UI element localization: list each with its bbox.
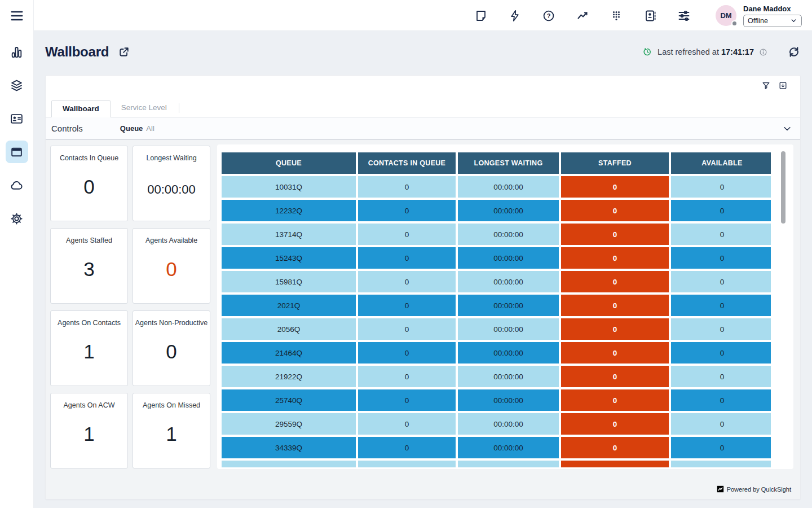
notepad-icon[interactable] [474, 9, 488, 23]
table-cell: 2021Q [222, 295, 356, 316]
col-header-longest-waiting: LONGEST WAITING [458, 152, 559, 174]
table-cell: 00:00:00 [458, 389, 559, 411]
kpi-agents-available: Agents Available 0 [133, 228, 210, 304]
kpi-agents-on-acw: Agents On ACW 1 [50, 393, 128, 468]
svg-text:?: ? [547, 12, 551, 19]
presence-dot [731, 20, 738, 27]
tabstrip: Wallboard Service Level [46, 100, 800, 117]
table-cell: 0 [561, 366, 669, 387]
sidebar-item-settings[interactable] [6, 207, 28, 230]
queue-filter-value[interactable]: All [146, 124, 154, 133]
kpi-contacts-in-queue: Contacts In Queue 0 [50, 146, 128, 221]
table-cell: 10031Q [222, 176, 356, 198]
table-cell: 2056Q [222, 318, 356, 340]
contact-card-icon [10, 112, 24, 126]
page-header: Wallboard Last refreshed at 17:41:17 [45, 40, 801, 64]
table-cell: 29559Q [222, 413, 356, 435]
help-icon[interactable]: ? [542, 9, 555, 23]
table-cell: 0 [561, 389, 669, 411]
table-cell: 21464Q [222, 342, 356, 364]
agent-status-select[interactable]: Offline [743, 15, 802, 27]
table-cell: 15981Q [222, 271, 356, 292]
metrics-trend-icon[interactable] [576, 9, 589, 23]
table-cell [222, 461, 356, 467]
table-cell: 00:00:00 [458, 342, 559, 364]
table-cell: 15243Q [222, 247, 356, 269]
directory-icon[interactable] [643, 9, 657, 23]
info-icon[interactable] [758, 47, 768, 57]
kpi-grid: Contacts In Queue 0 Longest Waiting 00:0… [50, 146, 210, 468]
table-cell: 00:00:00 [458, 295, 559, 316]
avatar[interactable]: DM [716, 5, 736, 26]
table-cell: 00:00:00 [458, 318, 559, 340]
refresh-clock-icon [642, 47, 652, 57]
table-cell: 0 [671, 271, 771, 292]
table-cell: 0 [671, 176, 771, 198]
sidebar-item-analytics[interactable] [6, 41, 28, 63]
refresh-icon[interactable] [787, 45, 801, 59]
sidebar-item-contacts[interactable] [6, 107, 28, 130]
table-cell: 0 [671, 247, 771, 269]
table-cell: 0 [358, 271, 456, 292]
wallboard-window-icon [10, 145, 24, 159]
controls-bar: Controls Queue All [46, 117, 800, 140]
user-chip: DM Dane Maddox Offline [716, 5, 802, 27]
table-cell: 21922Q [222, 366, 356, 387]
last-refreshed-text: Last refreshed at 17:41:17 [657, 47, 754, 56]
sidebar-item-cloud[interactable] [6, 174, 28, 196]
menu-hamburger-icon[interactable] [10, 8, 24, 23]
table-cell: 0 [358, 176, 456, 198]
col-header-available: AVAILABLE [671, 152, 771, 174]
table-cell [358, 461, 456, 467]
table-cell: 0 [561, 437, 669, 458]
filter-icon[interactable] [761, 81, 771, 90]
table-cell: 0 [358, 224, 456, 245]
table-cell: 0 [358, 295, 456, 316]
topbar: ? DM Dane Maddox Offl [0, 0, 812, 31]
table-cell: 0 [358, 200, 456, 221]
table-cell: 0 [561, 271, 669, 292]
table-cell: 25740Q [222, 389, 356, 411]
avatar-initials: DM [720, 11, 731, 20]
table-cell: 0 [358, 247, 456, 269]
sidebar-item-wallboard[interactable] [6, 141, 28, 163]
kpi-agents-on-missed: Agents On Missed 1 [133, 393, 210, 468]
export-icon[interactable] [778, 81, 788, 90]
tab-wallboard[interactable]: Wallboard [51, 100, 111, 117]
analytics-bars-icon [10, 45, 24, 59]
table-cell: 0 [561, 200, 669, 221]
dashboard-panel: Wallboard Service Level Controls Queue A… [45, 75, 801, 500]
tab-service-level[interactable]: Service Level [111, 100, 178, 117]
table-cell [458, 461, 559, 467]
table-cell: 00:00:00 [458, 366, 559, 387]
table-cell: 0 [561, 318, 669, 340]
open-external-icon[interactable] [118, 46, 130, 58]
table-cell: 00:00:00 [458, 200, 559, 221]
dialpad-icon[interactable] [610, 9, 623, 23]
table-cell: 0 [671, 200, 771, 221]
table-cell: 00:00:00 [458, 224, 559, 245]
table-scrollbar[interactable] [781, 151, 785, 224]
sidebar-item-channels[interactable] [6, 74, 28, 97]
controls-collapse-chevron-icon[interactable] [782, 124, 792, 134]
queue-table-widget: QUEUE CONTACTS IN QUEUE LONGEST WAITING … [217, 144, 793, 469]
table-cell: 0 [358, 318, 456, 340]
sidebar [0, 0, 34, 508]
quicksight-logo-icon [717, 485, 724, 493]
settings-sliders-icon[interactable] [677, 9, 691, 23]
table-cell: 0 [358, 437, 456, 458]
cloud-icon [10, 178, 24, 192]
quick-connects-icon[interactable] [508, 9, 522, 23]
table-cell [561, 461, 669, 467]
table-cell: 0 [561, 295, 669, 316]
queue-table: QUEUE CONTACTS IN QUEUE LONGEST WAITING … [222, 152, 771, 467]
table-cell [671, 461, 771, 467]
table-cell: 0 [561, 224, 669, 245]
page-title: Wallboard [45, 44, 109, 60]
table-cell: 0 [561, 176, 669, 198]
user-name: Dane Maddox [743, 5, 802, 13]
table-cell: 0 [358, 413, 456, 435]
table-cell: 0 [358, 366, 456, 387]
chevron-down-icon [790, 17, 797, 24]
table-cell: 00:00:00 [458, 437, 559, 458]
